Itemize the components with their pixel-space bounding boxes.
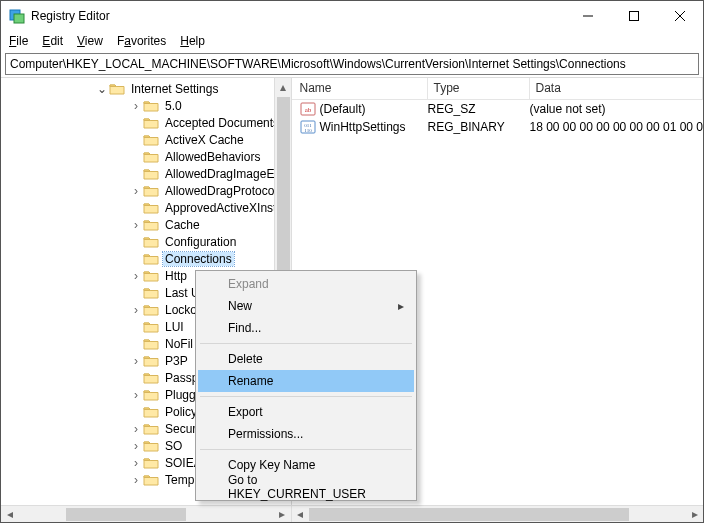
tree-label: Policy bbox=[163, 405, 199, 419]
svg-text:110: 110 bbox=[304, 128, 312, 133]
tree-label: AllowedDragProtocols bbox=[163, 184, 285, 198]
value-name: WinHttpSettings bbox=[320, 120, 428, 134]
tree-label: P3P bbox=[163, 354, 190, 368]
separator bbox=[200, 396, 412, 397]
titlebar: Registry Editor bbox=[1, 1, 703, 31]
tree-label: 5.0 bbox=[163, 99, 184, 113]
scroll-up-button[interactable]: ▴ bbox=[275, 78, 291, 95]
value-name: (Default) bbox=[320, 102, 428, 116]
value-data: (value not set) bbox=[530, 102, 704, 116]
list-row[interactable]: ab(Default)REG_SZ(value not set) bbox=[292, 100, 704, 118]
tree-label: Connections bbox=[163, 252, 234, 266]
list-row[interactable]: 011110WinHttpSettingsREG_BINARY18 00 00 … bbox=[292, 118, 704, 136]
col-data[interactable]: Data bbox=[530, 78, 704, 99]
window: Registry Editor File Edit View Favorites… bbox=[0, 0, 704, 523]
menu-favorites[interactable]: Favorites bbox=[117, 34, 166, 48]
tree-label: ActiveX Cache bbox=[163, 133, 246, 147]
value-type: REG_SZ bbox=[428, 102, 530, 116]
ctx-rename[interactable]: Rename bbox=[198, 370, 414, 392]
tree-label: NoFil bbox=[163, 337, 195, 351]
col-type[interactable]: Type bbox=[428, 78, 530, 99]
tree-row[interactable]: ActiveX Cache bbox=[1, 131, 291, 148]
tree-row[interactable]: AllowedDragImageExts bbox=[1, 165, 291, 182]
svg-rect-3 bbox=[630, 12, 639, 21]
tree-row[interactable]: Accepted Documents bbox=[1, 114, 291, 131]
separator bbox=[200, 449, 412, 450]
menu-help[interactable]: Help bbox=[180, 34, 205, 48]
tree-row[interactable]: ›Cache bbox=[1, 216, 291, 233]
menu-file[interactable]: File bbox=[9, 34, 28, 48]
tree-row[interactable]: Configuration bbox=[1, 233, 291, 250]
tree-row[interactable]: Connections bbox=[1, 250, 291, 267]
ctx-permissions[interactable]: Permissions... bbox=[198, 423, 414, 445]
menu-edit[interactable]: Edit bbox=[42, 34, 63, 48]
tree-label: Locko bbox=[163, 303, 199, 317]
svg-rect-1 bbox=[14, 14, 24, 23]
tree-label: Internet Settings bbox=[129, 82, 220, 96]
scroll-right-button[interactable]: ▸ bbox=[274, 506, 291, 523]
tree-label: AllowedDragImageExts bbox=[163, 167, 291, 181]
tree-hthumb[interactable] bbox=[66, 508, 186, 521]
tree-label: SO bbox=[163, 439, 184, 453]
value-type: REG_BINARY bbox=[428, 120, 530, 134]
window-title: Registry Editor bbox=[31, 9, 110, 23]
close-button[interactable] bbox=[657, 1, 703, 31]
tree-label: Accepted Documents bbox=[163, 116, 281, 130]
tree-row[interactable]: AllowedBehaviors bbox=[1, 148, 291, 165]
ctx-delete[interactable]: Delete bbox=[198, 348, 414, 370]
tree-row[interactable]: ApprovedActiveXInstal bbox=[1, 199, 291, 216]
tree-label: Cache bbox=[163, 218, 202, 232]
list-header: Name Type Data bbox=[292, 78, 704, 100]
tree-row[interactable]: ›AllowedDragProtocols bbox=[1, 182, 291, 199]
tree-row[interactable]: ⌄Internet Settings bbox=[1, 80, 291, 97]
address-bar[interactable]: Computer\HKEY_LOCAL_MACHINE\SOFTWARE\Mic… bbox=[5, 53, 699, 75]
tree-label: Configuration bbox=[163, 235, 238, 249]
ctx-export[interactable]: Export bbox=[198, 401, 414, 423]
tree-label: Secur bbox=[163, 422, 198, 436]
menubar: File Edit View Favorites Help bbox=[1, 31, 703, 51]
list-hscroll[interactable]: ◂ ▸ bbox=[292, 505, 704, 522]
tree-row[interactable]: ›5.0 bbox=[1, 97, 291, 114]
tree-label: Plugg bbox=[163, 388, 198, 402]
tree-label: LUI bbox=[163, 320, 186, 334]
list-hthumb[interactable] bbox=[309, 508, 630, 521]
ctx-new[interactable]: New▸ bbox=[198, 295, 414, 317]
tree-hscroll[interactable]: ◂ ▸ bbox=[1, 505, 291, 522]
ctx-find[interactable]: Find... bbox=[198, 317, 414, 339]
tree-label: ApprovedActiveXInstal bbox=[163, 201, 288, 215]
context-menu: Expand New▸ Find... Delete Rename Export… bbox=[195, 270, 417, 501]
submenu-arrow-icon: ▸ bbox=[398, 299, 404, 313]
app-icon bbox=[9, 8, 25, 24]
separator bbox=[200, 343, 412, 344]
address-text: Computer\HKEY_LOCAL_MACHINE\SOFTWARE\Mic… bbox=[10, 57, 626, 71]
maximize-button[interactable] bbox=[611, 1, 657, 31]
menu-view[interactable]: View bbox=[77, 34, 103, 48]
tree-label: AllowedBehaviors bbox=[163, 150, 262, 164]
scroll-right-button[interactable]: ▸ bbox=[686, 506, 703, 523]
ctx-goto-hkcu[interactable]: Go to HKEY_CURRENT_USER bbox=[198, 476, 414, 498]
svg-text:ab: ab bbox=[304, 106, 311, 114]
minimize-button[interactable] bbox=[565, 1, 611, 31]
tree-label: Http bbox=[163, 269, 189, 283]
scroll-left-button[interactable]: ◂ bbox=[292, 506, 309, 523]
scroll-left-button[interactable]: ◂ bbox=[1, 506, 18, 523]
ctx-expand[interactable]: Expand bbox=[198, 273, 414, 295]
col-name[interactable]: Name bbox=[292, 78, 428, 99]
value-data: 18 00 00 00 00 00 00 00 01 00 0 bbox=[530, 120, 704, 134]
